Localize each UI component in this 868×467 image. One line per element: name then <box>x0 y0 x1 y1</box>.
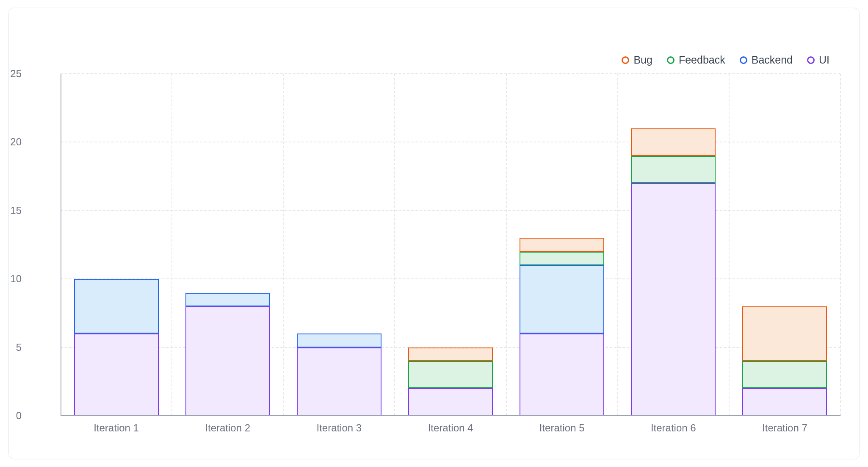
legend-item-ui[interactable]: UI <box>807 54 829 66</box>
y-tick-label: 15 <box>0 205 22 217</box>
circle-icon <box>807 56 815 64</box>
y-tick-label: 0 <box>0 410 22 422</box>
bar-stack <box>185 74 270 416</box>
gridline-v <box>283 74 284 416</box>
chart-card: Bug Feedback Backend UI 0510152025 Itera… <box>8 8 860 459</box>
bar-segment <box>742 361 827 389</box>
bar-stack <box>74 74 159 416</box>
y-axis <box>61 74 61 416</box>
bar-stack <box>408 74 493 416</box>
bar-segment <box>520 252 604 265</box>
legend-item-backend[interactable]: Backend <box>740 54 793 66</box>
gridline-v <box>617 74 618 416</box>
gridline-v <box>394 74 395 416</box>
legend-label: UI <box>819 54 829 66</box>
bar-segment <box>520 238 604 251</box>
plot-area: 0510152025 Iteration 1Iteration 2Iterati… <box>61 74 840 416</box>
bar-segment <box>520 265 604 334</box>
bar-segment <box>408 361 493 389</box>
x-tick-label: Iteration 4 <box>408 422 493 434</box>
bar-stack <box>297 74 381 416</box>
x-tick-label: Iteration 3 <box>297 422 381 434</box>
y-tick-label: 20 <box>0 136 22 148</box>
x-tick-label: Iteration 2 <box>185 422 270 434</box>
bar-stack <box>631 74 716 416</box>
bar-segment <box>408 347 493 361</box>
circle-icon <box>667 56 674 64</box>
x-tick-label: Iteration 6 <box>631 422 716 434</box>
x-tick-label: Iteration 1 <box>74 422 159 434</box>
bar-segment <box>297 347 381 416</box>
legend: Bug Feedback Backend UI <box>622 54 829 66</box>
bar-segment <box>520 334 604 416</box>
legend-label: Feedback <box>679 54 725 66</box>
legend-label: Backend <box>752 54 793 66</box>
bar-segment <box>297 334 381 347</box>
y-tick-label: 10 <box>0 273 22 285</box>
gridline-v <box>506 74 507 416</box>
x-axis <box>61 415 840 416</box>
legend-item-bug[interactable]: Bug <box>622 54 652 66</box>
bar-segment <box>185 306 270 416</box>
circle-icon <box>622 56 629 64</box>
bar-segment <box>631 128 716 156</box>
bar-segment <box>74 334 159 416</box>
bar-segment <box>74 279 159 334</box>
bar-segment <box>631 156 716 183</box>
bar-segment <box>408 388 493 416</box>
y-tick-label: 25 <box>0 68 22 80</box>
bar-stack <box>520 74 604 416</box>
bar-segment <box>742 306 827 361</box>
legend-label: Bug <box>633 54 652 66</box>
legend-item-feedback[interactable]: Feedback <box>667 54 725 66</box>
bar-segment <box>631 183 716 416</box>
bar-segment <box>742 388 827 416</box>
bar-stack <box>742 74 827 416</box>
gridline-v <box>840 74 841 416</box>
x-tick-label: Iteration 7 <box>742 422 827 434</box>
circle-icon <box>740 56 747 64</box>
x-tick-label: Iteration 5 <box>520 422 604 434</box>
y-tick-label: 5 <box>0 342 22 353</box>
gridline-v <box>171 74 172 416</box>
bar-segment <box>185 293 270 306</box>
gridline-v <box>729 74 730 416</box>
